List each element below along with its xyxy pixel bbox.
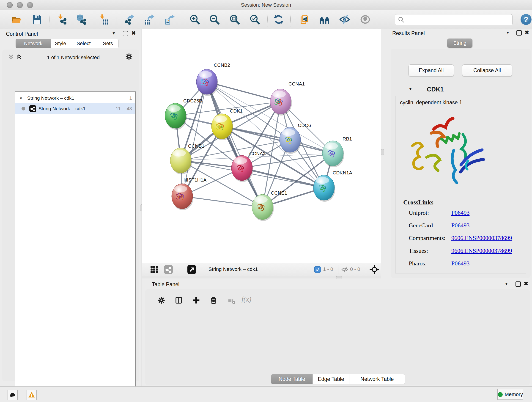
- results-panel-close-icon[interactable]: ✖: [525, 30, 529, 35]
- tab-string[interactable]: String: [447, 38, 472, 48]
- protein-structure-image: [404, 111, 491, 194]
- copy-network-icon[interactable]: [298, 13, 311, 26]
- function-builder-icon: f(x): [241, 295, 251, 303]
- gene-description: cyclin–dependent kinase 1: [400, 99, 462, 106]
- table-panel-title: Table Panel: [152, 281, 179, 288]
- pharos-link[interactable]: P06493: [451, 260, 469, 267]
- graph-edge-HIST1H1A-CCNE1[interactable]: [182, 196, 263, 207]
- tissues-link[interactable]: 9606.ENSP00000378699: [451, 248, 512, 254]
- tab-network[interactable]: Network: [16, 39, 51, 48]
- import-table-file-icon[interactable]: [97, 13, 109, 26]
- navigator-icon[interactable]: [369, 264, 380, 275]
- horizontal-splitter[interactable]: [142, 276, 381, 279]
- selected-checkbox[interactable]: [314, 266, 321, 273]
- tab-select[interactable]: Select: [70, 39, 97, 48]
- graph-node-CCNB2[interactable]: CCNB2: [196, 62, 230, 96]
- graph-node-label: CDC6: [298, 123, 311, 128]
- graph-edge-CCNB2-CCNE1[interactable]: [207, 82, 263, 207]
- grid-view-icon[interactable]: [150, 265, 158, 275]
- zoom-selected-icon[interactable]: [248, 13, 261, 26]
- collection-label: String Network – cdk1: [27, 95, 74, 101]
- apply-layout-icon[interactable]: [272, 13, 285, 26]
- save-session-icon[interactable]: [31, 13, 44, 26]
- table-panel-close-icon[interactable]: ✖: [524, 281, 528, 286]
- help-icon[interactable]: ?: [520, 13, 532, 26]
- open-session-icon[interactable]: [10, 13, 23, 26]
- crosslink-label: GeneCard:: [409, 222, 435, 229]
- graph-node-label: CDK1: [230, 108, 243, 114]
- collapse-all-networks-icon[interactable]: [8, 54, 14, 61]
- delete-column-trash-icon[interactable]: [209, 296, 218, 305]
- control-panel-title: Control Panel: [6, 31, 38, 37]
- gene-symbol: CDK1: [427, 86, 444, 93]
- network-edge-count: 48: [127, 106, 132, 111]
- control-panel-close-icon[interactable]: ✖: [132, 31, 136, 36]
- memory-label: Memory: [505, 391, 523, 397]
- network-share-icon[interactable]: [164, 265, 173, 275]
- graph-node-CCNB1[interactable]: CCNB1: [170, 143, 204, 174]
- graph-node-label: CDKN1A: [333, 170, 352, 175]
- zoom-in-icon[interactable]: [188, 13, 201, 26]
- network-collection-row[interactable]: ▼ String Network – cdk1 1: [15, 93, 135, 103]
- zoom-fit-icon[interactable]: [228, 13, 241, 26]
- table-panel-collapse-icon[interactable]: ▼: [505, 282, 508, 286]
- export-network-icon[interactable]: [123, 13, 136, 26]
- import-network-database-icon[interactable]: [75, 13, 88, 26]
- network-selection-status: 1 of 1 Network selected: [23, 55, 124, 61]
- add-column-icon[interactable]: [192, 296, 200, 305]
- table-panel: Table Panel ▼ ✖ f(x) shared name name ca…: [142, 279, 532, 386]
- hide-selected-icon[interactable]: [338, 13, 351, 26]
- results-panel-collapse-icon[interactable]: ▼: [506, 31, 510, 35]
- table-panel-float-icon[interactable]: [515, 281, 521, 287]
- gene-expander-icon[interactable]: ▼: [409, 87, 412, 91]
- collapse-all-button[interactable]: Collapse All: [462, 64, 512, 76]
- control-panel-float-icon[interactable]: [123, 31, 128, 36]
- network-graph[interactable]: CCNB2CCNA1CDC25BCDK1CDC6RB1CCNB1CCNA2CDK…: [142, 29, 381, 263]
- expand-all-button[interactable]: Expand All: [409, 64, 454, 76]
- graph-node-RB1[interactable]: RB1: [322, 136, 352, 167]
- right-splitter-handle[interactable]: [381, 149, 384, 155]
- genecard-link[interactable]: P06493: [451, 222, 469, 229]
- warning-icon: [28, 391, 35, 398]
- compartments-link[interactable]: 9606.ENSP00000378699: [451, 235, 512, 242]
- export-table-icon[interactable]: [143, 13, 156, 26]
- table-gear-icon[interactable]: [157, 296, 165, 305]
- tab-sets[interactable]: Sets: [97, 39, 119, 48]
- graph-node-HIST1H1A[interactable]: HIST1H1A: [172, 177, 206, 210]
- graph-node-label: CCNB1: [188, 143, 204, 148]
- results-panel-float-icon[interactable]: [516, 30, 522, 36]
- warning-button[interactable]: [27, 390, 37, 400]
- graph-node-label: HIST1H1A: [184, 177, 206, 182]
- expand-collapse-box: Expand All Collapse All: [393, 58, 528, 82]
- export-image-icon[interactable]: [163, 13, 176, 26]
- cloud-button[interactable]: [7, 390, 18, 400]
- network-row-selected[interactable]: String Network – cdk1 11 48: [15, 103, 135, 114]
- graph-node-label: CCNE1: [271, 190, 287, 196]
- network-row-label: String Network – cdk1: [38, 106, 85, 111]
- tab-node-table[interactable]: Node Table: [271, 374, 313, 384]
- graph-node-CCNA1[interactable]: CCNA1: [270, 81, 305, 115]
- uniprot-link[interactable]: P06493: [451, 210, 469, 216]
- collection-count: 1: [129, 95, 132, 101]
- status-bar: Memory: [0, 386, 532, 402]
- expand-all-networks-icon[interactable]: [16, 54, 22, 61]
- network-options-gear-icon[interactable]: [125, 53, 133, 61]
- selected-counts: 1 - 0: [323, 266, 333, 272]
- tab-network-table[interactable]: Network Table: [349, 374, 405, 384]
- toolbar-separator: [267, 12, 268, 27]
- first-neighbors-icon[interactable]: [318, 13, 331, 26]
- zoom-out-icon[interactable]: [208, 13, 221, 26]
- show-columns-icon[interactable]: [175, 296, 183, 305]
- memory-button[interactable]: Memory: [497, 389, 523, 400]
- gene-entry-header[interactable]: ▼ CDK1: [393, 83, 528, 96]
- detach-view-icon[interactable]: [187, 265, 196, 275]
- import-network-file-icon[interactable]: [55, 13, 68, 26]
- tab-style[interactable]: Style: [51, 39, 70, 48]
- control-panel-collapse-icon[interactable]: ▼: [112, 31, 116, 36]
- collection-expander-icon[interactable]: ▼: [19, 96, 23, 100]
- network-canvas[interactable]: CCNB2CCNA1CDC25BCDK1CDC6RB1CCNB1CCNA2CDK…: [142, 29, 381, 263]
- search-input[interactable]: [406, 17, 512, 23]
- graph-node-CDKN1A[interactable]: CDKN1A: [313, 170, 352, 202]
- graph-node-label: CCNB2: [214, 62, 230, 68]
- tab-edge-table[interactable]: Edge Table: [313, 374, 349, 384]
